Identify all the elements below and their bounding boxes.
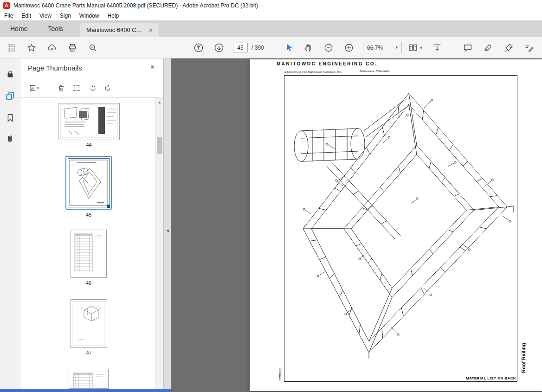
select-arrow-icon	[284, 43, 294, 53]
page-scrolling-button[interactable]	[430, 40, 445, 55]
document-page[interactable]: MANITOWOC ENGINEERING CO. A Division of …	[250, 59, 542, 391]
tab-document-label: Manitowoc 6400 C...	[86, 26, 142, 33]
panel-title: Page Thumbnails	[28, 64, 82, 72]
thumbnail-label-45: 45	[65, 212, 112, 218]
select-tool-button[interactable]	[281, 40, 296, 55]
trash-icon	[57, 84, 65, 92]
zoom-in-icon	[344, 43, 354, 53]
thumbnail-45-page	[68, 158, 110, 207]
highlight-button[interactable]	[481, 40, 496, 55]
thumbnail-page-48[interactable]	[69, 369, 109, 389]
page-scrolling-icon	[432, 43, 442, 53]
panel-resize-gutter[interactable]: ◄	[163, 58, 171, 392]
page-number-input[interactable]	[233, 43, 248, 52]
previous-page-icon	[193, 42, 204, 53]
page-division-line: A Division of The Manitowoc Company, Inc…	[284, 70, 342, 74]
thumbnail-page-45[interactable]	[65, 156, 112, 210]
previous-page-button[interactable]	[191, 40, 206, 55]
bookmarks-button[interactable]	[3, 110, 18, 125]
fill-sign-button[interactable]	[522, 40, 536, 55]
tab-close-icon[interactable]: ×	[149, 26, 153, 34]
page-thumbnails-icon	[5, 90, 16, 102]
extract-page-button[interactable]	[70, 82, 83, 95]
bookmark-icon	[5, 113, 15, 123]
scrollbar-up-button[interactable]: ▲	[156, 98, 163, 106]
document-pane: MANITOWOC ENGINEERING CO. A Division of …	[171, 58, 542, 392]
options-list-icon	[29, 84, 37, 92]
menu-item-sign[interactable]: Sign	[56, 13, 75, 19]
scrollbar-thumb[interactable]	[157, 137, 162, 154]
thumbnail-page-44[interactable]	[58, 103, 120, 140]
print-button[interactable]	[65, 40, 80, 55]
favorites-button[interactable]	[24, 40, 39, 55]
acrobat-icon	[3, 2, 10, 9]
part-title-label: Roof Railing	[521, 343, 526, 373]
options-menu-button[interactable]: ▾	[25, 82, 43, 95]
title-bar: Manitowoc 6400 Crane Parts Manual 64005 …	[0, 0, 542, 11]
tab-document[interactable]: Manitowoc 6400 C... ×	[80, 23, 159, 37]
thumbnail-page-46[interactable]	[71, 230, 107, 278]
menu-item-window[interactable]: Window	[75, 13, 103, 19]
thumbnail-46-preview	[71, 230, 106, 277]
chevron-down-icon: ▾	[37, 86, 39, 90]
next-page-button[interactable]	[212, 40, 226, 55]
panel-close-icon[interactable]: ×	[150, 63, 155, 71]
marquee-zoom-button[interactable]	[85, 40, 100, 55]
rotate-counterclockwise-icon	[89, 84, 97, 92]
menu-item-edit[interactable]: Edit	[17, 13, 35, 19]
panel-scrollbar[interactable]: ▲	[155, 98, 163, 389]
zoom-out-button[interactable]	[321, 40, 336, 55]
menu-item-file[interactable]: File	[0, 13, 17, 19]
delete-pages-button[interactable]	[55, 82, 68, 95]
fill-sign-icon	[524, 43, 534, 53]
zoom-level-value: 66.7%	[367, 45, 383, 51]
drawing-border: MATERIAL LIST ON BACK	[284, 75, 517, 382]
navigation-rail	[0, 58, 20, 389]
save-button[interactable]	[4, 40, 19, 55]
page-selection-icon	[72, 84, 81, 92]
menu-bar: File Edit View Sign Window Help	[0, 11, 542, 20]
page-thumbnails-button[interactable]	[3, 89, 18, 103]
thumbnail-47-preview	[71, 300, 107, 347]
panel-collapse-button[interactable]: ◄	[164, 225, 171, 236]
roof-railing-drawing	[284, 76, 518, 382]
thumbnail-45-preview	[68, 159, 109, 207]
sign-button[interactable]	[501, 40, 516, 55]
rotate-cw-button[interactable]	[101, 82, 114, 95]
hand-tool-button[interactable]	[301, 40, 316, 55]
thumbnail-44-preview	[58, 103, 119, 140]
tab-home[interactable]: Home	[0, 20, 38, 37]
thumbnail-label-46: 46	[71, 280, 107, 286]
share-button[interactable]	[45, 40, 59, 55]
rotate-ccw-button[interactable]	[86, 82, 99, 95]
material-list-note: MATERIAL LIST ON BACK	[466, 376, 516, 380]
zoom-tool-icon	[88, 43, 98, 53]
zoom-out-icon	[323, 43, 334, 53]
comment-button[interactable]	[460, 40, 475, 55]
selection-handle[interactable]	[107, 205, 110, 208]
print-icon	[67, 43, 77, 53]
thumbnail-page-47[interactable]	[71, 299, 107, 348]
chevron-down-icon: ▾	[395, 45, 398, 50]
attachments-button[interactable]	[3, 132, 18, 147]
menu-item-help[interactable]: Help	[103, 13, 123, 19]
lock-icon	[5, 69, 15, 79]
menu-item-view[interactable]: View	[35, 13, 56, 19]
sign-pen-icon	[503, 43, 514, 53]
window-title: Manitowoc 6400 Crane Parts Manual 64005 …	[13, 2, 258, 9]
zoom-in-button[interactable]	[342, 40, 356, 55]
tab-tools[interactable]: Tools	[38, 20, 73, 37]
zoom-level-dropdown[interactable]: 66.7% ▾	[363, 42, 402, 53]
cloud-upload-icon	[47, 43, 57, 53]
next-page-icon	[213, 42, 225, 53]
hand-icon	[303, 43, 313, 53]
page-display-icon	[407, 43, 419, 53]
chevron-down-icon: ▾	[420, 46, 422, 50]
page-count-label: / 390	[252, 45, 264, 51]
paperclip-icon	[5, 134, 15, 144]
page-display-dropdown[interactable]: ▾	[405, 40, 425, 55]
security-lock-button[interactable]	[3, 67, 18, 82]
page-company-title: MANITOWOC ENGINEERING CO.	[277, 61, 377, 66]
thumbnail-48-preview	[69, 369, 108, 389]
star-icon	[26, 43, 37, 53]
